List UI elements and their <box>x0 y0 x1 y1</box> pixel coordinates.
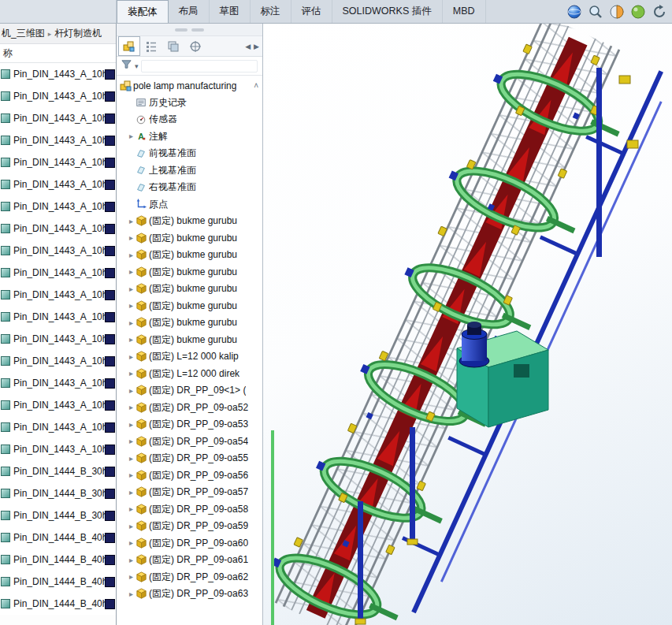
list-item[interactable]: Pin_DIN_1444_B_30h11x6 <box>0 460 116 482</box>
tree-item-component[interactable]: ▸ (固定) DR_PP_09-oa55 <box>117 450 262 467</box>
list-item[interactable]: Pin_DIN_1443_A_10h11x2 <box>0 129 116 151</box>
expand-arrow-icon[interactable]: ▸ <box>127 590 136 598</box>
ribbon-tab-layout[interactable]: 布局 <box>169 0 210 23</box>
tree-item-annotations[interactable]: ▸ A 注解 <box>117 128 262 146</box>
list-item[interactable]: Pin_DIN_1443_A_10h11x2 <box>0 218 116 240</box>
filter-dropdown-icon[interactable]: ▾ <box>135 62 139 70</box>
tree-item-component[interactable]: ▸ (固定) DR_PP_09-oa60 <box>117 535 262 552</box>
list-item[interactable]: Pin_DIN_1443_A_10h11x2 <box>0 85 116 107</box>
dimxpert-tab[interactable] <box>184 36 206 56</box>
expand-arrow-icon[interactable]: ▸ <box>127 539 136 547</box>
expand-arrow-icon[interactable]: ▸ <box>127 370 136 378</box>
tree-item-component[interactable]: ▸ (固定) DR_PP_09-oa63 <box>117 586 262 603</box>
expand-arrow-icon[interactable]: ▸ <box>127 421 136 429</box>
tree-root-assembly[interactable]: pole lamp manufacturing ˄ <box>117 77 262 95</box>
list-item[interactable]: Pin_DIN_1443_A_10h11x2 <box>0 262 116 284</box>
list-item[interactable]: Pin_DIN_1444_B_40h11x9 <box>0 593 116 615</box>
tree-item-right-plane[interactable]: 右视基准面 <box>117 179 262 196</box>
expand-arrow-icon[interactable]: ▸ <box>127 573 136 581</box>
ribbon-tab-addins[interactable]: SOLIDWORKS 插件 <box>332 0 443 23</box>
rotate-view-icon[interactable] <box>652 4 667 20</box>
tree-item-origin[interactable]: 原点 <box>117 196 262 214</box>
scroll-right-icon[interactable]: ▶ <box>254 43 259 50</box>
tree-item-component[interactable]: ▸ (固定) bukme gurubu <box>117 264 262 281</box>
list-item[interactable]: Pin_DIN_1443_A_10h11x2 <box>0 394 116 416</box>
ribbon-tab-sketch[interactable]: 草图 <box>210 0 251 23</box>
tree-item-top-plane[interactable]: 上视基准面 <box>117 162 262 180</box>
expand-arrow-icon[interactable]: ▸ <box>127 505 136 513</box>
ribbon-tab-annotate[interactable]: 标注 <box>251 0 291 23</box>
tree-item-history[interactable]: 历史记录 <box>117 95 262 112</box>
expand-arrow-icon[interactable]: ▸ <box>127 319 136 327</box>
ribbon-tab-evaluate[interactable]: 评估 <box>291 0 332 23</box>
tree-item-component[interactable]: ▸ (固定) bukme gurubu <box>117 230 262 247</box>
expand-arrow-icon[interactable]: ▸ <box>127 455 136 463</box>
filter-input[interactable] <box>141 60 258 73</box>
tree-item-component[interactable]: ▸ (固定) DR_PP_09-oa61 <box>117 552 262 569</box>
collapse-pane-icon[interactable]: ˄ <box>254 81 258 90</box>
property-manager-tab[interactable] <box>140 36 162 56</box>
list-item[interactable]: Pin_DIN_1444_B_30h11x1 <box>0 482 116 504</box>
list-item[interactable]: Pin_DIN_1444_B_40h11x9 <box>0 549 116 571</box>
list-item[interactable]: Pin_DIN_1443_A_10h11x1 <box>0 350 116 372</box>
section-view-icon[interactable] <box>609 4 625 20</box>
expand-arrow-icon[interactable]: ▸ <box>127 437 136 445</box>
ribbon-tab-mbd[interactable]: MBD <box>443 0 486 23</box>
tree-item-component[interactable]: ▸ (固定) DR_PP_09-oa59 <box>117 518 262 535</box>
list-item[interactable]: Pin_DIN_1443_A_10h11x2 <box>0 306 116 328</box>
expand-arrow-icon[interactable]: ▸ <box>127 218 136 225</box>
tree-item-front-plane[interactable]: 前视基准面 <box>117 145 262 162</box>
tree-item-component[interactable]: ▸ (固定) DR_PP_09-oa62 <box>117 569 262 586</box>
tree-item-component[interactable]: ▸ (固定) bukme gurubu <box>117 247 262 264</box>
tree-item-component[interactable]: ▸ (固定) DR_PP_09-oa58 <box>117 501 262 519</box>
filter-funnel-icon[interactable] <box>121 58 132 73</box>
tree-item-component[interactable]: ▸ (固定) bukme gurubu <box>117 314 262 332</box>
expand-arrow-icon[interactable]: ▸ <box>127 556 136 564</box>
list-item[interactable]: Pin_DIN_1443_A_10h11x2 <box>0 328 116 350</box>
appearance-icon[interactable] <box>630 4 646 20</box>
expand-arrow-icon[interactable]: ▸ <box>127 471 136 479</box>
configuration-manager-tab[interactable] <box>162 36 184 56</box>
tree-item-component[interactable]: ▸ (固定) bukme gurubu <box>117 298 262 315</box>
tree-item-component[interactable]: ▸ (固定) DR_PP_09-oa56 <box>117 467 262 485</box>
tree-item-component[interactable]: ▸ (固定) DR_PP_09-oa57 <box>117 484 262 501</box>
expand-arrow-icon[interactable]: ▸ <box>127 251 136 259</box>
view-orientation-icon[interactable] <box>566 4 582 20</box>
list-item[interactable]: Pin_DIN_1443_A_10h11x2 <box>0 151 116 173</box>
expand-arrow-icon[interactable]: ▸ <box>127 234 136 242</box>
graphics-viewport[interactable] <box>263 24 672 625</box>
expand-arrow-icon[interactable]: ▸ <box>127 489 136 497</box>
list-item[interactable]: Pin_DIN_1443_A_10h11x1 <box>0 195 116 218</box>
list-item[interactable]: Pin_DIN_1443_A_10h11x2 <box>0 240 116 262</box>
breadcrumb-item[interactable]: 杆灯制造机 <box>54 27 102 40</box>
tree-item-component[interactable]: ▸ (固定) DR_PP_09-oa52 <box>117 400 262 417</box>
list-item[interactable]: Pin_DIN_1444_B_30h11x1 <box>0 504 116 526</box>
tree-item-component[interactable]: ▸ (固定) L=12 000 kalip <box>117 348 262 366</box>
tree-item-sensors[interactable]: 传感器 <box>117 111 262 128</box>
tree-item-component[interactable]: ▸ (固定) DR_PP_09-oa53 <box>117 416 262 433</box>
tree-item-component[interactable]: ▸ (固定) DR_PP_09-oa54 <box>117 433 262 451</box>
tree-item-component[interactable]: ▸ (固定) L=12 000 direk <box>117 366 262 383</box>
list-item[interactable]: Pin_DIN_1443_A_10h11x2 <box>0 416 116 438</box>
expand-arrow-icon[interactable]: ▸ <box>127 302 136 310</box>
list-item[interactable]: Pin_DIN_1443_A_10h11x2 <box>0 107 116 129</box>
expand-arrow-icon[interactable]: ▸ <box>127 285 136 293</box>
list-item[interactable]: Pin_DIN_1444_B_40h11x9 <box>0 571 116 593</box>
list-item[interactable]: Pin_DIN_1443_A_10h11x2 <box>0 63 116 85</box>
expand-arrow-icon[interactable]: ▸ <box>127 132 136 140</box>
expand-arrow-icon[interactable]: ▸ <box>127 336 136 344</box>
list-item[interactable]: Pin_DIN_1444_B_40h11x9 <box>0 526 116 549</box>
list-item[interactable]: Pin_DIN_1443_A_10h11x2 <box>0 173 116 195</box>
feature-manager-tab[interactable] <box>118 36 140 56</box>
list-item[interactable]: Pin_DIN_1443_A_10h11x2 <box>0 284 116 306</box>
zoom-to-area-icon[interactable] <box>588 4 603 20</box>
name-column-header[interactable]: 称 <box>0 44 116 63</box>
ribbon-tab-assembly[interactable]: 装配体 <box>117 0 169 23</box>
tree-item-component[interactable]: ▸ (固定) bukme gurubu <box>117 213 262 230</box>
expand-arrow-icon[interactable]: ▸ <box>127 353 136 361</box>
tree-item-component[interactable]: ▸ (固定) bukme gurubu <box>117 332 262 349</box>
tree-item-component[interactable]: ▸ (固定) DR_PP_09<1> ( <box>117 382 262 400</box>
expand-arrow-icon[interactable]: ▸ <box>127 404 136 411</box>
expand-arrow-icon[interactable]: ▸ <box>127 268 136 276</box>
expand-arrow-icon[interactable]: ▸ <box>127 387 136 395</box>
